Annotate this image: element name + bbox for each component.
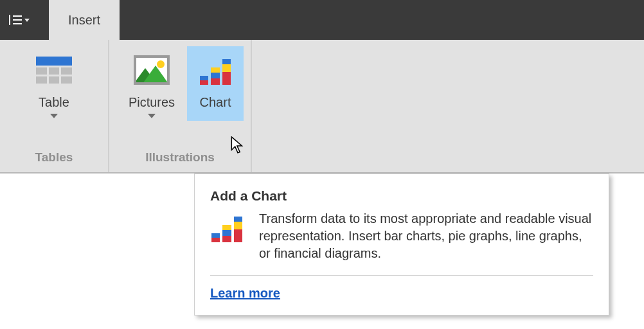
tab-insert[interactable]: Insert <box>49 0 120 40</box>
chevron-down-icon <box>50 114 58 118</box>
ribbon-group-tables: Table Tables <box>0 40 109 172</box>
pictures-button[interactable]: Pictures <box>116 46 187 121</box>
chart-tooltip: Add a Chart Transform data to its most a… <box>194 173 609 316</box>
chevron-down-icon <box>148 114 156 118</box>
learn-more-link[interactable]: Learn more <box>210 286 280 300</box>
top-tab-strip: Insert <box>0 0 644 40</box>
ribbon-group-tables-label: Tables <box>0 144 108 172</box>
chart-button-label: Chart <box>200 95 231 110</box>
outline-view-button[interactable] <box>0 0 39 40</box>
pictures-icon <box>134 55 170 85</box>
tooltip-title: Add a Chart <box>210 188 593 204</box>
chevron-down-icon <box>24 19 30 22</box>
tab-insert-label: Insert <box>68 13 100 28</box>
outline-list-icon <box>9 15 22 25</box>
chart-icon <box>199 55 232 85</box>
divider <box>210 275 593 276</box>
table-button[interactable]: Table <box>15 46 93 121</box>
ribbon-group-illustrations: Pictures Chart Illustrations <box>109 40 252 172</box>
chart-icon <box>210 213 244 242</box>
pictures-button-label: Pictures <box>129 95 175 110</box>
table-button-label: Table <box>39 95 69 110</box>
chart-button[interactable]: Chart <box>187 46 244 121</box>
ribbon: Table Tables Pictures <box>0 40 644 173</box>
table-icon <box>36 57 72 84</box>
tooltip-description: Transform data to its most appropriate a… <box>259 210 593 262</box>
ribbon-group-illustrations-label: Illustrations <box>109 144 251 172</box>
